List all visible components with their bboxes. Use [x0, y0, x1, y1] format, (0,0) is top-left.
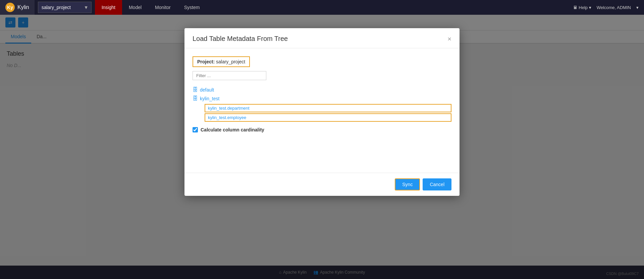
welcome-arrow: ▾ [636, 5, 639, 10]
page-background: ⇄ + Models Da... Tables No D... Load Tab… [0, 15, 644, 279]
tree-child-employee[interactable]: kylin_test.employee [205, 113, 451, 122]
logo-icon: Ky [5, 3, 15, 12]
tree-child-department[interactable]: kylin_test.department [205, 104, 451, 112]
main-nav: Insight Model Monitor System [95, 0, 207, 15]
filter-input[interactable] [193, 71, 266, 80]
modal-title: Load Table Metadata From Tree [193, 35, 288, 43]
nav-insight[interactable]: Insight [95, 0, 122, 15]
project-selector[interactable]: salary_project ▼ [38, 2, 92, 13]
cardinality-checkbox[interactable] [193, 127, 198, 132]
nav-monitor[interactable]: Monitor [148, 0, 177, 15]
help-link[interactable]: 🖩 Help ▾ [573, 5, 591, 10]
tree-item-default[interactable]: 🗄 default [193, 86, 451, 94]
chevron-down-icon: ▼ [84, 5, 89, 10]
project-selector-value: salary_project [42, 5, 71, 10]
nav-right: 🖩 Help ▾ Welcome, ADMIN ▾ [573, 5, 644, 10]
modal-dialog: Load Table Metadata From Tree × Project:… [184, 28, 460, 196]
tree-child-department-label: kylin_test.department [208, 106, 250, 111]
app-name: Kylin [17, 4, 29, 10]
project-label: Project: [197, 59, 215, 64]
logo-letter: Ky [7, 5, 13, 10]
tree-label-kylin-test: kylin_test [200, 96, 219, 101]
close-button[interactable]: × [447, 36, 451, 42]
cardinality-label: Calculate column cardinality [201, 127, 264, 132]
logo-area: Ky Kylin [0, 0, 35, 15]
project-label-box: Project: salary_project [193, 56, 250, 67]
modal-overlay: Load Table Metadata From Tree × Project:… [0, 15, 644, 279]
filter-row [193, 71, 451, 86]
tree: 🗄 default 🗄 kylin_test kylin_test.depart… [193, 86, 451, 122]
topnav: Ky Kylin salary_project ▼ Insight Model … [0, 0, 644, 15]
nav-model[interactable]: Model [122, 0, 148, 15]
checkbox-row: Calculate column cardinality [193, 127, 451, 132]
database-icon-kylin-test: 🗄 [193, 96, 198, 102]
tree-children-kylin-test: kylin_test.department kylin_test.employe… [205, 104, 451, 122]
modal-body: Project: salary_project 🗄 default [184, 48, 460, 173]
welcome-label[interactable]: Welcome, ADMIN [597, 5, 631, 10]
modal-footer: Sync Cancel [184, 173, 460, 196]
tree-label-default: default [200, 87, 214, 93]
project-value: salary_project [216, 59, 245, 64]
cancel-button[interactable]: Cancel [423, 178, 451, 190]
tree-item-kylin-test[interactable]: 🗄 kylin_test [193, 94, 451, 103]
database-icon-default: 🗄 [193, 87, 198, 93]
sync-button[interactable]: Sync [395, 178, 420, 190]
nav-system[interactable]: System [177, 0, 207, 15]
tree-child-employee-label: kylin_test.employee [208, 115, 246, 120]
modal-header: Load Table Metadata From Tree × [184, 28, 460, 48]
